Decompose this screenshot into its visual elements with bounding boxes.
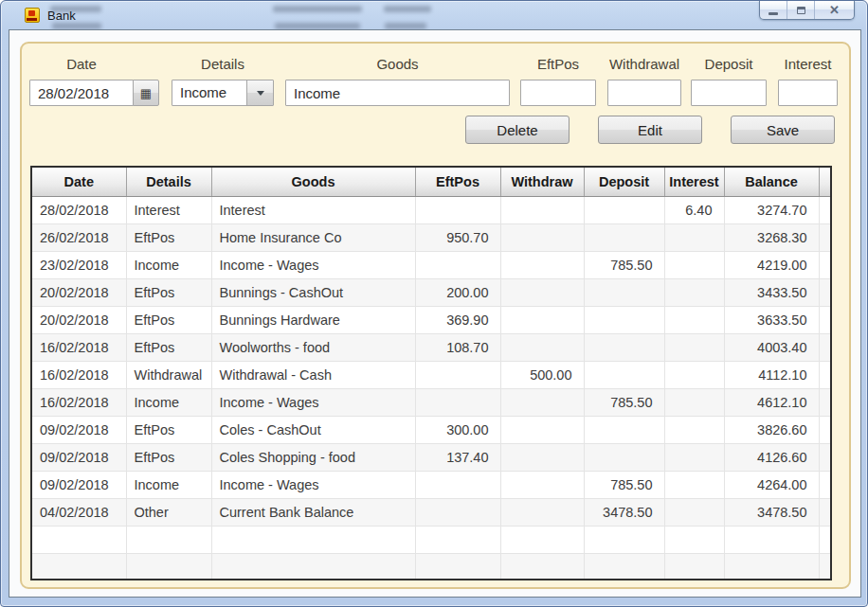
cell-withdraw [500, 443, 584, 471]
delete-button[interactable]: Delete [465, 116, 570, 144]
cell-filler [819, 251, 830, 278]
cell-date: 09/02/2018 [32, 416, 126, 443]
col-header-interest[interactable]: Interest [664, 168, 724, 196]
table-row[interactable]: 23/02/2018 Income Income - Wages 785.50 … [32, 251, 830, 278]
cell-interest [664, 333, 724, 361]
cell-details: EftPos [126, 306, 211, 333]
cell-details: Other [126, 498, 211, 526]
cell-filler [819, 498, 830, 526]
titlebar-ghost [275, 23, 360, 29]
table-row[interactable] [32, 553, 830, 580]
cell-withdraw [500, 388, 584, 416]
cell-deposit [584, 553, 664, 580]
cell-goods [211, 526, 415, 553]
col-header-eftpos[interactable]: EftPos [415, 168, 500, 196]
cell-date: 28/02/2018 [32, 196, 126, 223]
table-row[interactable] [32, 526, 830, 553]
edit-button[interactable]: Edit [598, 116, 702, 144]
client-area: Date Details Goods EftPos Withdrawal Dep… [9, 29, 861, 598]
cell-eftpos [415, 388, 500, 416]
cell-deposit [584, 361, 664, 388]
cell-deposit [584, 416, 664, 443]
eftpos-input[interactable] [520, 80, 596, 106]
maximize-icon [797, 7, 805, 14]
col-header-details[interactable]: Details [126, 168, 211, 196]
titlebar[interactable]: Bank ✕ [1, 1, 867, 29]
cell-withdraw [500, 196, 584, 223]
col-header-deposit[interactable]: Deposit [584, 168, 664, 196]
table-row[interactable]: 04/02/2018 Other Current Bank Balance 34… [32, 498, 830, 526]
cell-deposit [584, 196, 664, 223]
col-header-date[interactable]: Date [32, 168, 126, 196]
cell-date: 16/02/2018 [32, 388, 126, 416]
cell-balance: 3826.60 [724, 416, 819, 443]
save-button[interactable]: Save [731, 116, 835, 144]
cell-eftpos: 950.70 [415, 223, 500, 251]
titlebar-ghost [273, 6, 362, 12]
cell-balance: 3433.50 [724, 278, 819, 306]
col-header-withdraw[interactable]: Withdraw [500, 168, 584, 196]
minimize-button[interactable] [760, 1, 787, 19]
interest-input[interactable] [778, 80, 838, 106]
col-header-balance[interactable]: Balance [724, 168, 819, 196]
cell-date: 20/02/2018 [32, 278, 126, 306]
cell-filler [819, 526, 830, 553]
table-row[interactable]: 09/02/2018 EftPos Coles - CashOut 300.00… [32, 416, 830, 443]
cell-details: Interest [126, 196, 211, 223]
cell-eftpos: 137.40 [415, 443, 500, 471]
table-row[interactable]: 16/02/2018 EftPos Woolworths - food 108.… [32, 333, 830, 361]
cell-withdraw [500, 416, 584, 443]
cell-filler [819, 278, 830, 306]
table-row[interactable]: 28/02/2018 Interest Interest 6.40 3274.7… [32, 196, 830, 223]
transactions-grid: Date Details Goods EftPos Withdraw Depos… [30, 166, 832, 580]
cell-deposit [584, 306, 664, 333]
calendar-icon: ▦ [140, 87, 152, 99]
goods-input[interactable] [285, 80, 510, 106]
close-button[interactable]: ✕ [815, 1, 854, 19]
cell-details: EftPos [126, 416, 211, 443]
deposit-label: Deposit [691, 56, 767, 73]
calendar-button[interactable]: ▦ [133, 80, 159, 106]
table-row[interactable]: 16/02/2018 Withdrawal Withdrawal - Cash … [32, 361, 830, 388]
deposit-input[interactable] [691, 80, 767, 106]
cell-balance: 4219.00 [724, 251, 819, 278]
cell-interest [664, 306, 724, 333]
cell-filler [819, 416, 830, 443]
cell-deposit [584, 443, 664, 471]
cell-goods: Woolworths - food [211, 333, 415, 361]
cell-eftpos [415, 251, 500, 278]
cell-withdraw [500, 223, 584, 251]
withdrawal-input[interactable] [607, 80, 681, 106]
cell-goods: Home Insurance Co [211, 223, 415, 251]
date-input[interactable] [29, 80, 134, 106]
cell-goods: Interest [211, 196, 415, 223]
table-row[interactable]: 16/02/2018 Income Income - Wages 785.50 … [32, 388, 830, 416]
cell-date: 04/02/2018 [32, 498, 126, 526]
cell-date: 09/02/2018 [32, 471, 126, 498]
cell-deposit: 785.50 [584, 388, 664, 416]
cell-details [126, 553, 211, 580]
cell-date [32, 526, 126, 553]
details-label: Details [172, 56, 274, 73]
cell-eftpos [415, 361, 500, 388]
details-dropdown-button[interactable] [246, 80, 273, 105]
cell-deposit [584, 223, 664, 251]
cell-goods: Withdrawal - Cash [211, 361, 415, 388]
titlebar-ghost [384, 6, 431, 12]
cell-filler [819, 388, 830, 416]
cell-deposit: 785.50 [584, 251, 664, 278]
maximize-button[interactable] [787, 1, 815, 19]
cell-eftpos [415, 471, 500, 498]
cell-deposit: 3478.50 [584, 498, 664, 526]
cell-filler [819, 306, 830, 333]
cell-interest [664, 471, 724, 498]
col-header-goods[interactable]: Goods [211, 168, 415, 196]
table-row[interactable]: 09/02/2018 Income Income - Wages 785.50 … [32, 471, 830, 498]
table-row[interactable]: 20/02/2018 EftPos Bunnings Hardware 369.… [32, 306, 830, 333]
table-row[interactable]: 09/02/2018 EftPos Coles Shopping - food … [32, 443, 830, 471]
table-row[interactable]: 26/02/2018 EftPos Home Insurance Co 950.… [32, 223, 830, 251]
cell-interest [664, 553, 724, 580]
cell-deposit [584, 333, 664, 361]
details-combobox[interactable]: Income [172, 80, 274, 106]
table-row[interactable]: 20/02/2018 EftPos Bunnings - CashOut 200… [32, 278, 830, 306]
